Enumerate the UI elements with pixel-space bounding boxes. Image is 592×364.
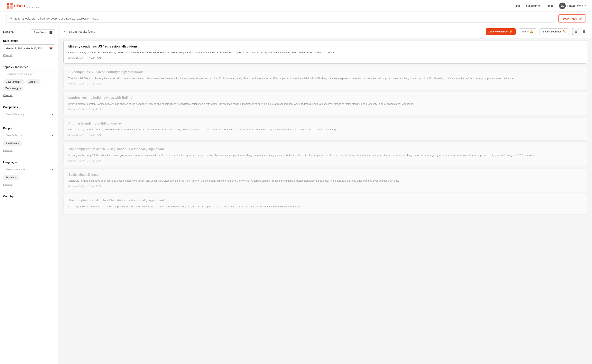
article-card[interactable]: London 'keen to build new ties with Beij… xyxy=(63,91,587,115)
live-newswires-button[interactable]: Live Newswires ⚡ xyxy=(486,28,516,35)
article-meta: Business Daily - - 17 Mar, 2024 xyxy=(68,185,582,188)
grid-view-button[interactable]: ⊞ xyxy=(572,28,579,35)
article-card[interactable]: The completion of Article 23 legislation… xyxy=(63,143,587,166)
svg-rect-3 xyxy=(10,6,13,9)
article-title: US companies bullish on country's 2-year… xyxy=(68,70,582,74)
article-title: London 'keen to build new ties with Beij… xyxy=(68,96,582,100)
remove-joe-biden-tag[interactable]: × xyxy=(18,142,20,145)
date-range-label: Date Range xyxy=(3,39,55,42)
tag-media: Media × xyxy=(26,79,41,84)
search-input[interactable] xyxy=(15,17,553,20)
filters-header: Filters Save Search ⬛ xyxy=(3,29,55,35)
main-layout: Filters Save Search ⬛ Date Range March 1… xyxy=(0,26,592,364)
save-search-button[interactable]: Save Search ⬛ xyxy=(31,29,55,35)
article-body: On March 16, students from Lincoln High … xyxy=(68,128,582,132)
article-title: The completion of Article 23 legislation… xyxy=(68,198,582,202)
chevron-down-icon: ▾ xyxy=(585,5,586,7)
article-body: The financial District of Pudong New Are… xyxy=(68,77,582,81)
article-meta: Business Daily - - 17 Mar, 2024 xyxy=(68,108,582,111)
nav-pulse[interactable]: Pulse xyxy=(512,4,520,7)
languages-dropdown-wrapper: Select Language ▾ xyxy=(3,166,55,173)
search-help-label: Search Help xyxy=(562,17,578,20)
article-title: The completion of Article 23 legislation… xyxy=(68,147,582,151)
edit-icon: ✏️ xyxy=(563,30,566,33)
remove-government-tag[interactable]: × xyxy=(21,81,22,83)
article-title: Another friendship-building journey xyxy=(68,121,582,126)
alerts-label: Alerts xyxy=(522,30,529,33)
languages-tag-list: English × xyxy=(3,175,55,180)
search-bar-container: 🔍 Search Help ⓪ xyxy=(0,12,592,26)
search-help-button[interactable]: Search Help ⓪ xyxy=(558,14,586,22)
saved-searches-label: Saved Searches xyxy=(543,30,561,33)
remove-english-tag[interactable]: × xyxy=(15,176,17,179)
article-meta: Business Daily - - 17 Mar, 2024 xyxy=(68,57,582,59)
article-title: Social Media Digest xyxy=(68,173,582,177)
article-body: British Foreign Secretary James Cleverly… xyxy=(68,102,582,106)
companies-filter: Companies Select Company ▾ xyxy=(3,105,55,122)
date-range-clear[interactable]: Clear all xyxy=(3,54,13,57)
results-toolbar: ≡ 58,085 results found Live Newswires ⚡ … xyxy=(59,26,592,38)
filters-title: Filters xyxy=(3,30,14,34)
search-icon: 🔍 xyxy=(9,17,13,20)
article-body: Scientists in Antarctica have been found… xyxy=(68,179,582,183)
article-card[interactable]: Social Media Digest Scientists in Antarc… xyxy=(63,169,587,192)
nav-help[interactable]: Help xyxy=(547,4,553,7)
bell-icon: 🔔 xyxy=(530,30,533,33)
topics-clear[interactable]: Clear all xyxy=(3,94,13,97)
results-count: 58,085 results found xyxy=(69,30,483,33)
search-input-wrapper[interactable]: 🔍 xyxy=(6,15,556,22)
article-card[interactable]: Ministry condemns US 'repression' allega… xyxy=(63,40,587,64)
people-select[interactable]: Search People xyxy=(3,132,55,139)
save-icon: ⬛ xyxy=(49,31,53,34)
date-range-value: March 19, 2024 - March 30, 2024 xyxy=(6,47,43,50)
sort-icon[interactable]: ≡ xyxy=(63,30,66,34)
user-menu[interactable]: SD Steve Davis ▾ xyxy=(559,3,586,9)
tag-english: English × xyxy=(3,175,19,180)
tag-joe-biden: Joe Biden × xyxy=(3,141,22,146)
companies-dropdown-wrapper: Select Company ▾ xyxy=(3,111,55,118)
article-body: China's Ministry of Public Security stro… xyxy=(68,51,582,55)
date-range-input[interactable]: March 19, 2024 - March 30, 2024 📅 xyxy=(3,44,55,52)
logo[interactable]: disco marketplace xyxy=(6,2,39,9)
article-meta: Business Daily - - 17 Mar, 2024 xyxy=(68,159,582,162)
list-view-button[interactable]: ☰ xyxy=(580,28,587,35)
article-meta: Business Daily - - 17 Mar, 2024 xyxy=(68,134,582,136)
view-toggle: ⊞ ☰ xyxy=(572,28,587,35)
article-meta: Business Daily - - 17 Mar, 2024 xyxy=(68,82,582,85)
articles-list: Ministry condemns US 'repression' allega… xyxy=(59,38,592,219)
article-card[interactable]: US companies bullish on country's 2-year… xyxy=(63,66,587,89)
logo-subtitle: marketplace xyxy=(27,6,39,9)
svg-rect-1 xyxy=(10,3,13,6)
languages-select[interactable]: Select Language xyxy=(3,166,55,173)
disco-logo-icon xyxy=(6,2,13,9)
alerts-button[interactable]: Alerts 🔔 xyxy=(519,28,536,35)
user-name: Steve Davis xyxy=(567,4,583,7)
country-filter: Country xyxy=(3,195,55,204)
people-clear[interactable]: Clear all xyxy=(3,149,13,152)
question-icon: ⓪ xyxy=(579,17,582,20)
topics-tag-list: Government × Media × Technology × xyxy=(3,79,55,91)
nav: Pulse Collections Help SD Steve Davis ▾ xyxy=(512,3,586,9)
calendar-icon: 📅 xyxy=(49,46,53,50)
people-tag-list: Joe Biden × xyxy=(3,141,55,146)
topics-filter: Topics & Industries Government × Media ×… xyxy=(3,65,55,101)
date-range-filter: Date Range March 19, 2024 - March 30, 20… xyxy=(3,39,55,61)
languages-filter: Languages Select Language ▾ English × Cl… xyxy=(3,161,55,190)
header: disco marketplace Pulse Collections Help… xyxy=(0,0,592,12)
remove-technology-tag[interactable]: × xyxy=(20,87,21,90)
svg-rect-2 xyxy=(7,6,9,9)
live-icon: ⚡ xyxy=(509,30,512,33)
saved-searches-button[interactable]: Saved Searches ✏️ xyxy=(539,28,569,35)
country-label: Country xyxy=(3,195,55,198)
nav-collections[interactable]: Collections xyxy=(526,4,540,7)
article-body: Li Zhenyu feels as though he has been tr… xyxy=(68,205,582,209)
article-card[interactable]: The completion of Article 23 legislation… xyxy=(63,194,587,215)
svg-rect-0 xyxy=(7,3,9,6)
tag-technology: Technology × xyxy=(3,86,23,91)
tag-government: Government × xyxy=(3,79,25,84)
article-card[interactable]: Another friendship-building journey On M… xyxy=(63,117,587,141)
languages-clear[interactable]: Clear all xyxy=(3,183,13,186)
topic-search-input[interactable] xyxy=(3,71,55,78)
remove-media-tag[interactable]: × xyxy=(37,81,38,83)
companies-select[interactable]: Select Company xyxy=(3,111,55,118)
